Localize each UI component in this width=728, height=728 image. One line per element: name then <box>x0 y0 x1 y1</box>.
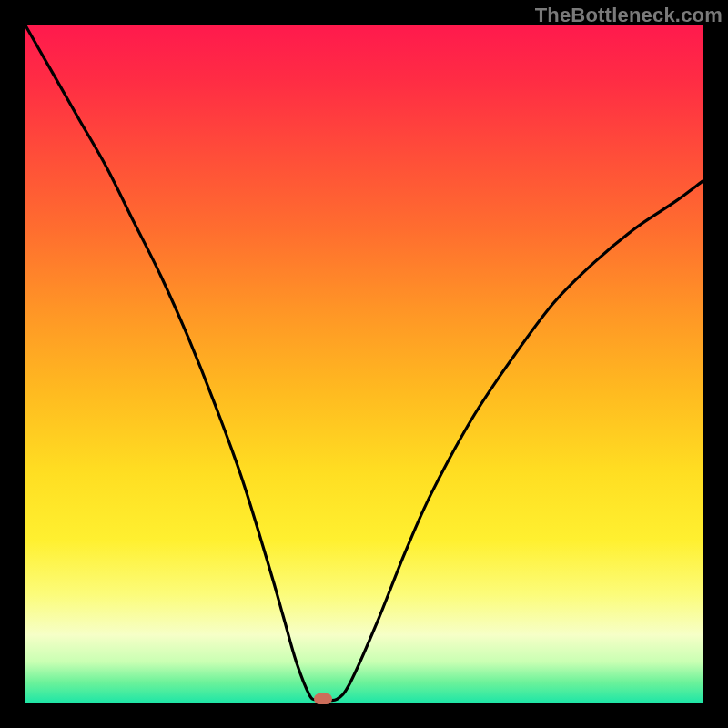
bottleneck-curve <box>25 25 703 703</box>
watermark-text: TheBottleneck.com <box>535 4 723 27</box>
chart-frame: TheBottleneck.com <box>0 0 728 728</box>
bottleneck-marker <box>314 693 332 704</box>
